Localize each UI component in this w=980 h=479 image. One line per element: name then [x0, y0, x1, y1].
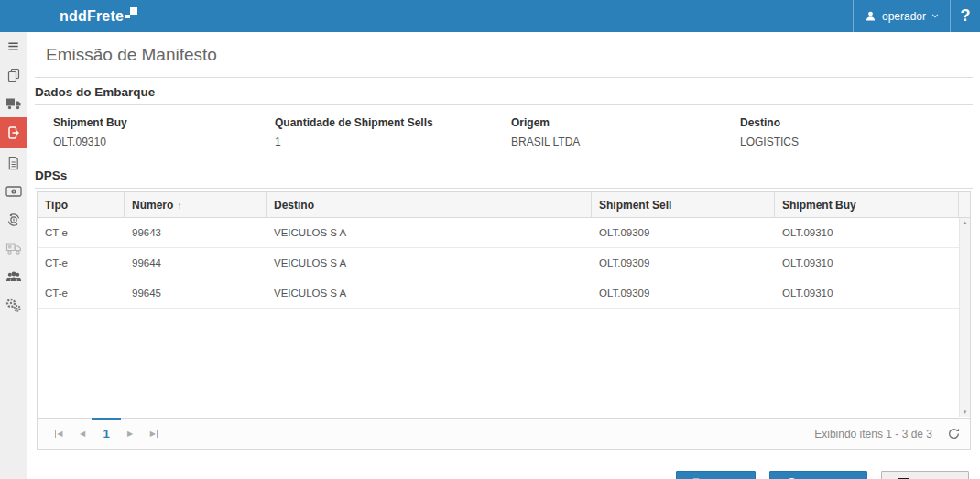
sidebar-item-users[interactable]: [0, 262, 27, 290]
field-origem: Origem BRASIL LTDA: [511, 116, 740, 148]
column-header-destino[interactable]: Destino: [267, 192, 592, 217]
main-content: Emissão de Manifesto Dados do Embarque S…: [27, 0, 980, 479]
scroll-down-icon[interactable]: ▼: [963, 409, 968, 415]
column-header-tipo[interactable]: Tipo: [38, 192, 125, 217]
field-value: OLT.09310: [53, 136, 275, 148]
user-label: operador: [882, 10, 926, 23]
money-bill-icon: [5, 186, 22, 197]
sidebar-item-manifest-emission[interactable]: [0, 117, 27, 148]
field-value: BRASIL LTDA: [511, 136, 740, 148]
field-quantidade-shipment-sells: Quantidade de Shipment Sells 1: [275, 116, 511, 148]
gerar-button[interactable]: Gerar: [676, 471, 756, 479]
refresh-button[interactable]: [947, 427, 961, 441]
scroll-up-icon[interactable]: ▲: [963, 220, 968, 225]
cancelar-button[interactable]: Cancelar: [769, 471, 867, 479]
app-logo-text: nddFrete: [60, 6, 124, 27]
sidebar-item-shipments[interactable]: [0, 60, 27, 89]
sidebar-item-transport[interactable]: [0, 89, 27, 117]
grid-header: Tipo Número ↑ Destino Shipment Sell Ship…: [38, 192, 970, 218]
field-label: Quantidade de Shipment Sells: [275, 116, 511, 129]
field-destino: Destino LOGISTICS: [740, 116, 973, 148]
first-page-button[interactable]: ◀: [47, 419, 71, 449]
copy-documents-icon: [6, 68, 21, 82]
help-button[interactable]: ?: [951, 0, 980, 32]
user-menu-button[interactable]: operador: [853, 0, 951, 32]
sidebar-item-billing[interactable]: [0, 177, 27, 205]
delivery-truck-icon: [5, 242, 22, 255]
sidebar: [0, 32, 27, 479]
field-shipment-buy: Shipment Buy OLT.09310: [53, 116, 275, 148]
column-header-numero[interactable]: Número ↑: [125, 192, 267, 217]
app-logo: nddFrete: [60, 6, 137, 27]
sidebar-item-documents[interactable]: [0, 148, 27, 177]
column-header-shipment-sell[interactable]: Shipment Sell: [592, 192, 775, 217]
section-title-embarque: Dados do Embarque: [35, 78, 973, 105]
table-row[interactable]: CT-e 99644 VEICULOS S A OLT.09309 OLT.09…: [38, 248, 959, 278]
next-page-button[interactable]: ▶: [118, 419, 142, 449]
header-scrollbar-spacer: [959, 192, 970, 217]
vertical-scrollbar[interactable]: ▲ ▼: [959, 218, 970, 417]
users-icon: [5, 271, 22, 282]
truck-icon: [5, 97, 22, 110]
table-row[interactable]: CT-e 99645 VEICULOS S A OLT.09309 OLT.09…: [38, 278, 959, 309]
sidebar-item-settings[interactable]: [0, 290, 27, 319]
chevron-down-icon: [931, 14, 939, 18]
user-icon: [865, 10, 877, 22]
sidebar-item-finance[interactable]: [0, 205, 27, 234]
hamburger-icon: [6, 39, 20, 53]
previous-page-button[interactable]: ◀: [71, 419, 94, 449]
table-row[interactable]: CT-e 99643 VEICULOS S A OLT.09309 OLT.09…: [38, 218, 959, 248]
gears-icon: [5, 298, 21, 312]
refresh-icon: [947, 427, 961, 441]
export-icon: [6, 125, 21, 140]
sort-asc-icon: ↑: [177, 200, 182, 211]
field-value: 1: [275, 136, 511, 148]
field-label: Origem: [511, 116, 740, 129]
page-title: Emissão de Manifesto: [46, 45, 973, 65]
sidebar-item-menu-toggle[interactable]: [0, 32, 27, 60]
sidebar-item-delivery[interactable]: [0, 234, 27, 262]
field-value: LOGISTICS: [740, 136, 973, 148]
current-page-button[interactable]: 1: [94, 419, 118, 449]
column-header-shipment-buy[interactable]: Shipment Buy: [775, 192, 959, 217]
field-label: Destino: [740, 116, 973, 129]
fechar-button[interactable]: × Fechar: [881, 471, 969, 479]
dps-grid: Tipo Número ↑ Destino Shipment Sell Ship…: [37, 191, 971, 450]
section-title-dps: DPSs: [35, 161, 973, 189]
coin-refresh-icon: [6, 212, 21, 227]
embarque-fields: Shipment Buy OLT.09310 Quantidade de Shi…: [35, 105, 973, 161]
document-icon: [6, 156, 20, 170]
pagination-bar: ◀ ◀ 1 ▶ ▶ Exibindo itens 1 - 3 de 3: [38, 418, 970, 449]
grid-body: CT-e 99643 VEICULOS S A OLT.09309 OLT.09…: [38, 218, 970, 418]
footer-actions: Gerar Cancelar × Fechar: [35, 471, 969, 479]
topbar: nddFrete operador ?: [0, 0, 980, 32]
field-label: Shipment Buy: [53, 116, 275, 129]
pagination-status: Exibindo itens 1 - 3 de 3: [814, 428, 932, 441]
logo-squares-icon: [125, 7, 137, 20]
last-page-button[interactable]: ▶: [142, 419, 166, 449]
